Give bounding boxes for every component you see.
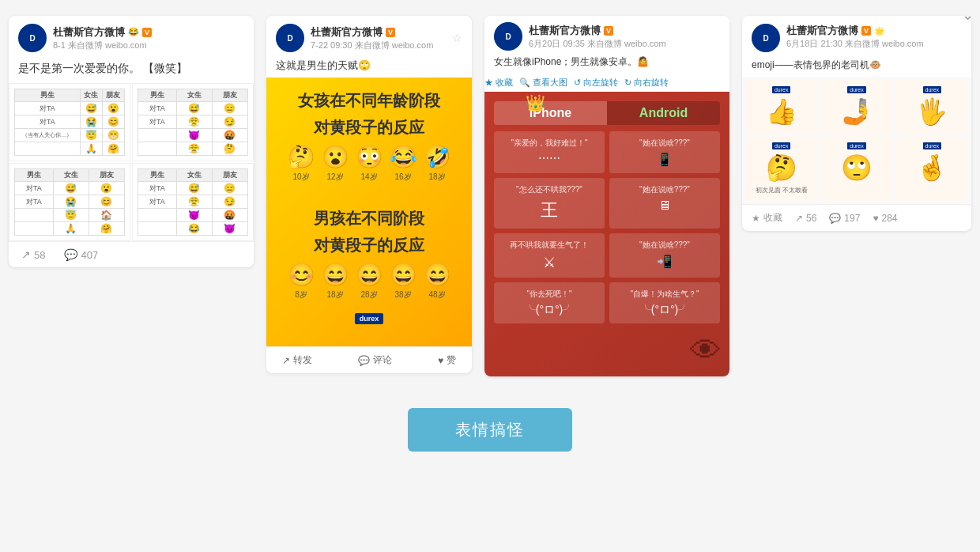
card-4-like[interactable]: ♥ 284 [873, 213, 897, 224]
emoji-row-boy: 😊 8岁 😄 18岁 😄 28岁 😄 38岁 [288, 262, 451, 301]
poster-subtitle-2: 对黄段子的反应 [314, 235, 424, 255]
card-4-account-info: 杜蕾斯官方微博 V 🌟 6月18日 21:30 来自微博 weibo.com [786, 24, 924, 50]
card-2-footer: ↗ 转发 💬 评论 ♥ 赞 [266, 346, 472, 373]
poster-subtitle-1: 男孩在不同阶段 [314, 208, 424, 229]
cards-row: D 杜蕾斯官方微博 😂 V 8-1 来自微博 weibo.com 是不是第一次爱… [32, 16, 948, 376]
card-1-share-count: 58 [34, 249, 45, 261]
card-4-header: D 杜蕾斯官方微博 V 🌟 6月18日 21:30 来自微博 weibo.com [742, 16, 971, 57]
card-1-avatar: D [18, 24, 47, 52]
card-3-v-badge: V [604, 26, 613, 36]
card-3-post-text: 女生就像iPhone；男生就像安卓。🤷 [484, 54, 729, 74]
comp-row-2-right: "她在说啥???" 🖥 [609, 178, 720, 229]
comment-icon-2: 💬 [358, 355, 370, 366]
emoji-age-18: 🤣 18岁 [424, 144, 451, 183]
android-badge: Android [607, 101, 720, 125]
comp-row-4-left: "你去死吧！" ╰(°ロ°)╯ [494, 282, 605, 323]
card-1-verified: 😂 [128, 27, 139, 37]
comment-icon: 💬 [64, 248, 77, 261]
share-icon: ↗ [21, 248, 31, 261]
card-2-header: D 杜蕾斯官方微博 V 7-22 09:30 来自微博 weibo.com ☆ [266, 16, 472, 57]
card-3-controls: ★ 收藏 🔍 查看大图 ↺ 向左旋转 ↻ 向右旋转 [484, 74, 729, 92]
card-1-account-name: 杜蕾斯官方微博 😂 V [53, 25, 244, 40]
card-3-header: D 杜蕾斯官方微博 V 6月20日 09:35 来自微博 weibo.com [484, 16, 729, 54]
card-1-account-info: 杜蕾斯官方微博 😂 V 8-1 来自微博 weibo.com [53, 25, 244, 51]
card-4-collect[interactable]: ★ 收藏 [752, 211, 782, 225]
emoji-age-18b: 😄 18岁 [322, 262, 349, 301]
bottom-section: 表情搞怪 [408, 408, 572, 452]
card-3-account-info: 杜蕾斯官方微博 V 6月20日 09:35 来自微博 weibo.com [529, 24, 666, 50]
chevron-down-icon[interactable]: ⌄ [962, 16, 971, 23]
emoji-age-8: 😊 8岁 [288, 262, 315, 301]
rotate-left-ctrl[interactable]: ↺ 向左旋转 [574, 77, 618, 89]
card-2: D 杜蕾斯官方微博 V 7-22 09:30 来自微博 weibo.com ☆ [266, 16, 472, 373]
comparison-grid: "亲爱的，我好难过！" ⋯⋯ "她在说啥???" 📱 "怎么还不哄我???" 王… [494, 131, 720, 323]
card-4-comment[interactable]: 💬 197 [829, 213, 860, 224]
card-2-avatar: D [276, 24, 304, 52]
emoji-age-14: 😳 14岁 [356, 144, 383, 183]
sticker-4: durex 🤔 初次见面 不太敢看 [745, 136, 817, 201]
view-large-ctrl[interactable]: 🔍 查看大图 [519, 77, 567, 89]
emoji-age-38: 😄 38岁 [390, 262, 417, 301]
comment-icon-4: 💬 [829, 213, 841, 224]
sticker-5: durex 🙄 [820, 136, 892, 201]
card-4-v-badge: V [861, 26, 871, 36]
card-1-image-grid: 男生女生朋友 对TA😅😮 对TA😭😊 （当有人关心你…）😇😁 🙏🤗 男生女生朋友… [9, 83, 254, 241]
card-1-share[interactable]: ↗ 58 [21, 248, 45, 261]
card-1-post-text: 是不是第一次爱爱的你。 【微笑】 [9, 57, 254, 83]
emoji-grid-item-4: 男生女生朋友 对TA😅😑 对TA😤😏 😈🤬 😂😈 [132, 163, 254, 241]
rotate-right-ctrl[interactable]: ↻ 向右旋转 [624, 77, 669, 89]
card-4-left: D 杜蕾斯官方微博 V 🌟 6月18日 21:30 来自微博 weibo.com [752, 24, 924, 52]
eye-decoration: 👁 [690, 333, 722, 369]
card-2-post-text: 这就是男生的天赋🙄 [266, 57, 472, 78]
emoji-age-48: 😄 48岁 [424, 262, 451, 301]
sticker-1: durex 👍 [745, 80, 817, 133]
durex-logo: durex [355, 313, 384, 324]
emoji-age-28: 😄 28岁 [356, 262, 383, 301]
card-2-like-btn[interactable]: ♥ 赞 [438, 354, 456, 367]
card-2-forward-btn[interactable]: ↗ 转发 [282, 354, 312, 367]
emoji-grid-item-1: 男生女生朋友 对TA😅😮 对TA😭😊 （当有人关心你…）😇😁 🙏🤗 [9, 83, 130, 161]
card-3: D 杜蕾斯官方微博 V 6月20日 09:35 来自微博 weibo.com [484, 16, 729, 376]
forward-icon-4: ↗ [795, 213, 803, 224]
card-2-yellow-poster: 女孩在不同年龄阶段 对黄段子的反应 🤔 10岁 😮 12岁 😳 14岁 [266, 78, 472, 346]
card-2-v-badge: V [386, 28, 395, 37]
card-1-comment[interactable]: 💬 407 [64, 248, 98, 261]
emoji-row-girl: 🤔 10岁 😮 12岁 😳 14岁 😂 16岁 [288, 144, 451, 183]
card-4-meta: 6月18日 21:30 来自微博 weibo.com [786, 38, 924, 50]
sticker-grid: durex 👍 durex 🤳 durex 🖐 durex 🤔 初次见面 不太敢… [742, 77, 971, 204]
card-1-footer: ↗ 58 💬 407 [9, 241, 254, 267]
card-1-header: D 杜蕾斯官方微博 😂 V 8-1 来自微博 weibo.com [9, 16, 254, 57]
card-2-comment-btn[interactable]: 💬 评论 [358, 354, 392, 367]
main-container: D 杜蕾斯官方微博 😂 V 8-1 来自微博 weibo.com 是不是第一次爱… [0, 0, 980, 483]
collect-icon: ★ [752, 213, 760, 224]
emoji-age-10: 🤔 10岁 [288, 144, 315, 183]
like-icon-2: ♥ [438, 355, 443, 366]
comp-row-3-left: 再不哄我就要生气了！ ⚔ [494, 233, 605, 278]
comp-row-3-right: "她在说啥???" 📲 [609, 233, 720, 278]
collect-ctrl[interactable]: ★ 收藏 [484, 77, 513, 89]
card-2-star[interactable]: ☆ [452, 32, 462, 44]
card-3-avatar: D [494, 22, 522, 51]
card-1: D 杜蕾斯官方微博 😂 V 8-1 来自微博 weibo.com 是不是第一次爱… [9, 16, 254, 267]
like-icon-4: ♥ [873, 213, 878, 224]
card-3-account-name: 杜蕾斯官方微博 V [529, 24, 666, 38]
card-1-meta: 8-1 来自微博 weibo.com [53, 40, 244, 51]
sticker-3: durex 🖐 [896, 80, 968, 133]
forward-icon: ↗ [282, 355, 290, 366]
card-3-red-poster: 👑 iPhone Android "亲爱的，我好难过！" ⋯⋯ "她在说啥???… [484, 92, 729, 376]
card-3-account-row: D 杜蕾斯官方微博 V 6月20日 09:35 来自微博 weibo.com [494, 22, 720, 51]
poster-title-2: 对黄段子的反应 [314, 117, 424, 138]
sticker-6: durex 🤞 [896, 136, 968, 201]
red-poster-header: 👑 iPhone Android [494, 101, 720, 125]
card-2-left: D 杜蕾斯官方微博 V 7-22 09:30 来自微博 weibo.com [276, 24, 433, 52]
card-4-forward[interactable]: ↗ 56 [795, 213, 816, 224]
comp-row-2-left: "怎么还不哄我???" 王 [494, 178, 605, 229]
card-4-more: ⌄ [962, 16, 971, 24]
big-action-button[interactable]: 表情搞怪 [408, 408, 572, 452]
emoji-age-16: 😂 16岁 [390, 144, 417, 183]
sticker-2: durex 🤳 [820, 80, 892, 133]
card-4: ⌄ D 杜蕾斯官方微博 V 🌟 6月18日 21:30 [742, 16, 971, 231]
emoji-grid-item-2: 男生女生朋友 对TA😅😑 对TA😤😏 😈🤬 😤🤔 [132, 83, 254, 161]
card-2-meta: 7-22 09:30 来自微博 weibo.com [311, 40, 433, 51]
emoji-age-12: 😮 12岁 [322, 144, 349, 183]
